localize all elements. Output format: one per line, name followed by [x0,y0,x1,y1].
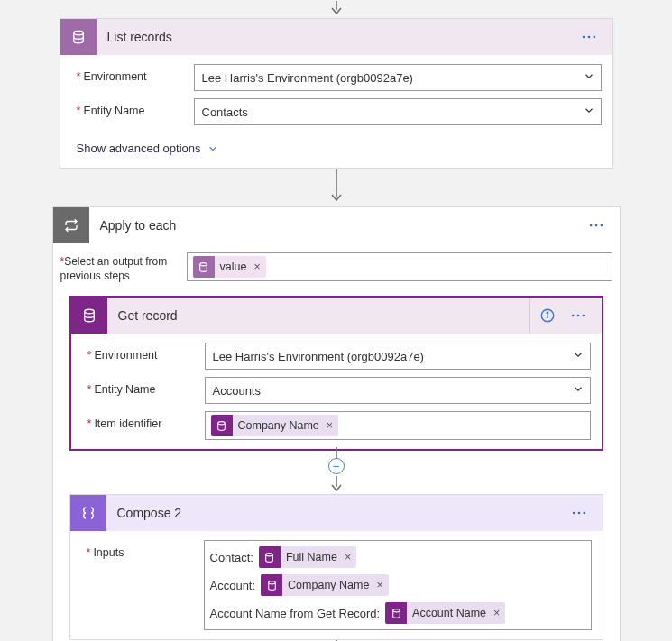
select-value: Accounts [213,384,261,398]
svg-point-10 [84,310,94,315]
info-button[interactable] [529,298,566,334]
svg-point-17 [218,422,226,425]
item-identifier-input[interactable]: Company Name × [205,411,591,440]
select-output-input[interactable]: value × [187,252,612,281]
action-card-compose[interactable]: Compose 2 * Inputs [69,494,603,640]
cds-icon [385,602,407,624]
card-header[interactable]: List records [60,19,612,55]
cds-icon [60,19,97,55]
label-text: Entity Name [83,105,144,117]
show-advanced-options[interactable]: Show advanced options [77,133,602,159]
cds-icon [193,256,215,278]
required-asterisk: * [87,383,92,396]
required-asterisk: * [87,546,91,559]
connector-with-add: + [328,451,345,494]
token-text: Account Name [412,607,486,619]
svg-point-1 [73,31,83,35]
loop-icon [53,207,89,243]
card-menu-button[interactable] [584,213,609,238]
svg-point-16 [582,315,585,317]
label-text: Inputs [93,546,124,559]
field-row-environment: * Environment Lee Harris's Environment (… [87,343,591,370]
field-label: * Entity Name [87,377,201,396]
connector-arrow [0,0,672,18]
action-card-list-records[interactable]: List records * Environment Lee Harris's … [60,18,613,169]
token-remove[interactable]: × [374,579,382,591]
line-prefix: Account: [210,579,256,592]
token-account-name[interactable]: Account Name × [385,602,505,624]
svg-point-22 [583,512,585,515]
card-header[interactable]: Compose 2 [70,495,603,531]
svg-point-8 [600,224,603,227]
token-company-name[interactable]: Company Name × [211,415,339,436]
inputs-box[interactable]: Contact: Full Name × [204,540,592,630]
add-action-button[interactable]: + [328,458,345,474]
svg-point-20 [572,512,575,515]
token-text: value [220,261,247,273]
svg-point-14 [571,315,574,317]
card-header[interactable]: Get record [71,298,602,334]
card-body: * Environment Lee Harris's Environment (… [60,55,612,168]
field-label: * Entity Name [77,98,190,117]
cds-icon [71,298,107,334]
loop-header[interactable]: Apply to each [53,207,620,243]
svg-point-4 [593,36,595,39]
token-text: Full Name [286,551,337,563]
chevron-down-icon [572,383,585,398]
loop-inner-flow: Get record * Environmen [60,296,612,641]
loop-title: Apply to each [89,218,177,233]
card-menu-button[interactable] [576,24,602,50]
inputs-line-2: Account: Company Name × [210,574,389,596]
token-remove[interactable]: × [492,607,500,619]
required-asterisk: * [87,349,92,362]
field-label: * Environment [87,343,201,362]
card-body: * Inputs Contact: [70,531,603,639]
field-row-environment: * Environment Lee Harris's Environment (… [77,64,602,91]
token-company-name[interactable]: Company Name × [261,574,389,596]
label-text: Entity Name [94,383,155,396]
environment-select[interactable]: Lee Harris's Environment (orgb0092a7e) [205,343,591,370]
required-asterisk: * [77,105,81,117]
label-text: Item identifier [94,417,161,430]
compose-icon [70,495,106,531]
line-prefix: Contact: [210,551,253,564]
chevron-down-icon [572,349,585,364]
connector-arrow [0,169,672,206]
select-value: Lee Harris's Environment (orgb0092a7e) [213,350,424,363]
token-remove[interactable]: × [343,551,351,563]
chevron-down-icon [583,105,595,120]
chevron-down-icon [583,70,595,86]
field-label: * Inputs [87,540,200,559]
select-output-row: *Select an output from previous steps va… [60,252,612,283]
field-row-entity: * Entity Name Accounts [87,377,591,404]
token-remove[interactable]: × [325,419,333,432]
environment-select[interactable]: Lee Harris's Environment (orgb0092a7e) [194,64,602,91]
select-value: Lee Harris's Environment (orgb0092a7e) [202,71,413,85]
card-title: Get record [107,308,178,323]
svg-point-3 [587,36,590,39]
select-output-label: *Select an output from previous steps [60,252,183,283]
token-value[interactable]: value × [193,256,266,278]
label-text: Environment [94,349,157,362]
line-prefix: Account Name from Get Record: [210,607,381,620]
svg-point-24 [268,581,275,584]
card-menu-button[interactable] [566,303,591,328]
field-row-inputs: * Inputs Contact: [87,540,592,630]
action-card-get-record[interactable]: Get record * Environmen [69,296,603,451]
apply-to-each-container: Apply to each *Select an output from pre… [52,206,621,641]
svg-point-21 [577,512,580,515]
card-menu-button[interactable] [566,500,592,526]
svg-point-25 [392,609,400,612]
inputs-line-3: Account Name from Get Record: Account Na… [210,602,506,624]
token-remove[interactable]: × [252,261,260,273]
svg-point-2 [582,36,585,39]
field-label: * Environment [77,64,190,83]
svg-point-7 [594,224,597,227]
advanced-label: Show advanced options [77,142,201,155]
token-full-name[interactable]: Full Name × [259,546,356,568]
card-title: List records [97,30,172,44]
entity-select[interactable]: Accounts [205,377,591,404]
svg-point-13 [547,313,548,315]
entity-select[interactable]: Contacts [194,98,602,125]
label-text: Environment [83,70,146,83]
